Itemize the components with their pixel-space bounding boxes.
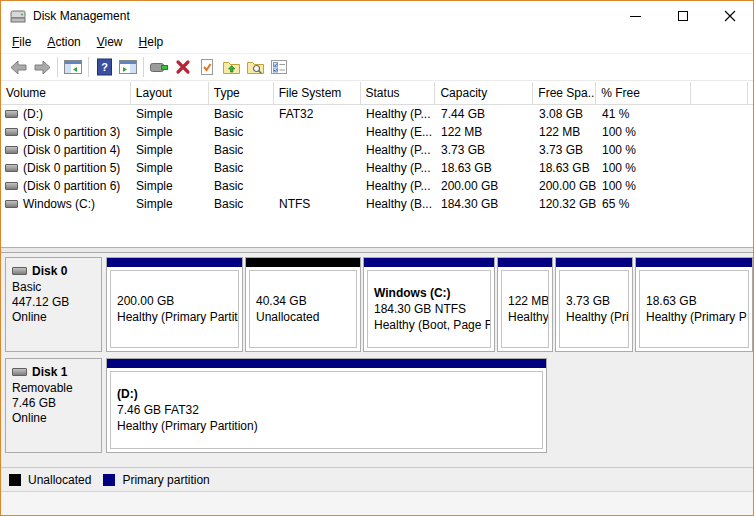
show-action-pane-button[interactable]	[116, 56, 140, 79]
window-controls	[612, 1, 753, 31]
disk-name: Disk 1	[32, 365, 67, 379]
column-header-volume[interactable]: Volume	[1, 82, 131, 104]
partition-size: 3.73 GB	[566, 293, 628, 309]
legend-bar: Unallocated Primary partition	[1, 467, 753, 491]
column-header-capacity[interactable]: Capacity	[435, 82, 533, 104]
partition[interactable]: Windows (C:) 184.30 GB NTFS Healthy (Boo…	[363, 257, 495, 352]
column-header-file-system[interactable]: File System	[274, 82, 361, 104]
close-button[interactable]	[706, 1, 753, 31]
cell-type: Basic	[209, 179, 274, 193]
partition[interactable]: 3.73 GB Healthy (Prima	[555, 257, 633, 352]
partition-size: 200.00 GB	[117, 293, 238, 309]
menu-file[interactable]: File	[4, 33, 39, 51]
cell-free: 122 MB	[534, 125, 597, 139]
action-pane-icon	[118, 58, 138, 76]
device-icon	[149, 59, 169, 75]
menu-view[interactable]: View	[89, 33, 131, 51]
graphical-view: Disk 0 Basic 447.12 GB Online 200.00 GB …	[1, 253, 753, 467]
svg-text:?: ?	[101, 61, 108, 73]
disk-1-partitions: (D:) 7.46 GB FAT32 Healthy (Primary Part…	[106, 358, 549, 453]
minimize-button[interactable]	[612, 1, 659, 31]
help-button[interactable]: ?	[92, 56, 116, 79]
title-bar: Disk Management	[1, 1, 753, 31]
close-icon	[724, 10, 736, 22]
disk-size: 447.12 GB	[12, 295, 101, 310]
forward-button[interactable]	[30, 56, 54, 79]
cell-layout: Simple	[131, 107, 209, 121]
partition-color-bar	[636, 258, 752, 267]
disk-0-row: Disk 0 Basic 447.12 GB Online 200.00 GB …	[5, 257, 754, 352]
cell-free: 18.63 GB	[534, 161, 597, 175]
cell-pct-free: 100 %	[597, 179, 692, 193]
partition[interactable]: 18.63 GB Healthy (Primary P	[635, 257, 753, 352]
partition[interactable]: 40.34 GB Unallocated	[245, 257, 361, 352]
properties-button[interactable]	[195, 56, 219, 79]
menu-help[interactable]: Help	[131, 33, 172, 51]
column-header-type[interactable]: Type	[209, 82, 274, 104]
menu-bar: File Action View Help	[1, 31, 753, 53]
cell-pct-free: 65 %	[597, 197, 692, 211]
disk-0-label-panel[interactable]: Disk 0 Basic 447.12 GB Online	[5, 257, 102, 352]
disk-1-row: Disk 1 Removable 7.46 GB Online (D:) 7.4…	[5, 358, 549, 453]
table-row[interactable]: (Disk 0 partition 4) Simple Basic Health…	[1, 141, 753, 159]
volume-icon	[5, 128, 18, 136]
volume-name: (D:)	[23, 107, 43, 121]
minimize-icon	[630, 16, 641, 17]
table-row[interactable]: (D:) Simple Basic FAT32 Healthy (P... 7.…	[1, 105, 753, 123]
table-row[interactable]: (Disk 0 partition 6) Simple Basic Health…	[1, 177, 753, 195]
delete-button[interactable]	[171, 56, 195, 79]
cell-type: Basic	[209, 125, 274, 139]
cell-status: Healthy (P...	[361, 107, 436, 121]
volume-icon	[5, 110, 18, 118]
volume-icon	[5, 200, 18, 208]
disk-icon	[12, 368, 27, 376]
back-arrow-icon	[9, 59, 28, 76]
back-button[interactable]	[6, 56, 30, 79]
toolbar: ?	[1, 53, 753, 81]
volume-name: (Disk 0 partition 5)	[23, 161, 120, 175]
volume-name: Windows (C:)	[23, 197, 95, 211]
partition-color-bar	[246, 258, 360, 267]
show-console-tree-button[interactable]	[61, 56, 85, 79]
table-row[interactable]: (Disk 0 partition 3) Simple Basic Health…	[1, 123, 753, 141]
disk-status: Online	[12, 310, 101, 325]
column-header-free-space[interactable]: Free Spa...	[533, 82, 596, 104]
partition-title: (D:)	[117, 386, 542, 402]
maximize-button[interactable]	[659, 1, 706, 31]
partition[interactable]: 122 MB Healthy (E	[497, 257, 553, 352]
partition[interactable]: 200.00 GB Healthy (Primary Partit	[106, 257, 243, 352]
disk-1-label-panel[interactable]: Disk 1 Removable 7.46 GB Online	[5, 358, 102, 453]
cell-capacity: 7.44 GB	[436, 107, 534, 121]
partition[interactable]: (D:) 7.46 GB FAT32 Healthy (Primary Part…	[106, 358, 547, 453]
cell-capacity: 18.63 GB	[436, 161, 534, 175]
partition-status: Unallocated	[256, 309, 356, 325]
primary-partition-swatch-icon	[103, 474, 115, 486]
column-header-layout[interactable]: Layout	[131, 82, 209, 104]
legend-label: Primary partition	[122, 473, 209, 487]
legend-item-primary-partition: Primary partition	[103, 473, 209, 487]
cell-type: Basic	[209, 161, 274, 175]
column-header-blank[interactable]	[691, 82, 748, 104]
menu-action[interactable]: Action	[39, 33, 88, 51]
cell-capacity: 122 MB	[436, 125, 534, 139]
cell-type: Basic	[209, 197, 274, 211]
checklist-button[interactable]	[267, 56, 291, 79]
cell-capacity: 184.30 GB	[436, 197, 534, 211]
disk-name: Disk 0	[32, 264, 67, 278]
column-header-status[interactable]: Status	[361, 82, 436, 104]
column-header-pct-free[interactable]: % Free	[596, 82, 691, 104]
cell-capacity: 200.00 GB	[436, 179, 534, 193]
cell-layout: Simple	[131, 179, 209, 193]
folder-up-button[interactable]	[219, 56, 243, 79]
volume-list: Volume Layout Type File System Status Ca…	[1, 82, 753, 247]
folder-search-button[interactable]	[243, 56, 267, 79]
cell-layout: Simple	[131, 197, 209, 211]
device-button[interactable]	[147, 56, 171, 79]
toolbar-separator	[88, 57, 89, 77]
window-title: Disk Management	[33, 9, 130, 23]
legend-item-unallocated: Unallocated	[9, 473, 91, 487]
volume-name: (Disk 0 partition 4)	[23, 143, 120, 157]
table-row[interactable]: Windows (C:) Simple Basic NTFS Healthy (…	[1, 195, 753, 213]
table-row[interactable]: (Disk 0 partition 5) Simple Basic Health…	[1, 159, 753, 177]
cell-status: Healthy (B...	[361, 197, 436, 211]
